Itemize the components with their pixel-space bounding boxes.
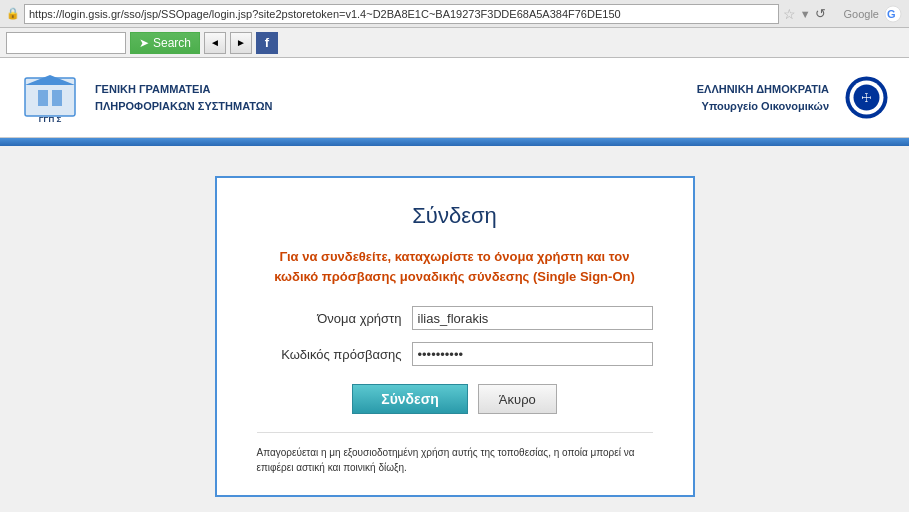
blue-bar [0, 138, 909, 146]
button-row: Σύνδεση Άκυρο [257, 384, 653, 414]
svg-text:ΓΓΠ Σ: ΓΓΠ Σ [39, 115, 62, 124]
password-input[interactable] [412, 342, 653, 366]
org-line2: ΠΛΗΡΟΦΟΡΙΑΚΩΝ ΣΥΣΤΗΜΑΤΩΝ [95, 98, 272, 115]
forward-button[interactable]: ► [230, 32, 252, 54]
lock-icon: 🔒 [6, 7, 20, 20]
login-title: Σύνδεση [257, 203, 653, 229]
toolbar-row: ➤ Search ◄ ► f [0, 28, 909, 58]
search-button[interactable]: ➤ Search [130, 32, 200, 54]
password-label: Κωδικός πρόσβασης [257, 347, 412, 362]
gov-line2: Υπουργείο Οικονομικών [697, 98, 829, 115]
google-icon: G [883, 4, 903, 24]
cancel-button[interactable]: Άκυρο [478, 384, 557, 414]
browser-chrome: 🔒 ☆ ▼ ↺ Google G ➤ Search ◄ ► f [0, 0, 909, 58]
ggps-logo: ΓΓΠ Σ [20, 70, 80, 125]
gov-line1: ΕΛΛΗΝΙΚΗ ΔΗΜΟΚΡΑΤΙΑ [697, 81, 829, 98]
star-icon[interactable]: ☆ [783, 6, 796, 22]
search-label: Search [153, 36, 191, 50]
login-box: Σύνδεση Για να συνδεθείτε, καταχωρίστε τ… [215, 176, 695, 497]
svg-rect-5 [52, 90, 62, 106]
svg-text:G: G [887, 8, 896, 20]
greek-emblem: ☩ [844, 75, 889, 120]
back-button[interactable]: ◄ [204, 32, 226, 54]
org-line1: ΓΕΝΙΚΗ ΓΡΑΜΜΑΤΕΙΑ [95, 81, 272, 98]
facebook-icon[interactable]: f [256, 32, 278, 54]
address-bar[interactable] [24, 4, 779, 24]
username-input[interactable] [412, 306, 653, 330]
refresh-icon[interactable]: ↺ [815, 6, 826, 21]
header-org-text: ΓΕΝΙΚΗ ΓΡΑΜΜΑΤΕΙΑ ΠΛΗΡΟΦΟΡΙΑΚΩΝ ΣΥΣΤΗΜΑΤ… [95, 81, 272, 114]
search-arrow-icon: ➤ [139, 36, 149, 50]
header-left: ΓΓΠ Σ ΓΕΝΙΚΗ ΓΡΑΜΜΑΤΕΙΑ ΠΛΗΡΟΦΟΡΙΑΚΩΝ ΣΥ… [20, 70, 272, 125]
svg-text:☩: ☩ [861, 91, 872, 105]
site-header: ΓΓΠ Σ ΓΕΝΙΚΗ ΓΡΑΜΜΑΤΕΙΑ ΠΛΗΡΟΦΟΡΙΑΚΩΝ ΣΥ… [0, 58, 909, 138]
login-wrapper: Σύνδεση Για να συνδεθείτε, καταχωρίστε τ… [0, 146, 909, 512]
svg-rect-4 [38, 90, 48, 106]
login-description: Για να συνδεθείτε, καταχωρίστε το όνομα … [257, 247, 653, 286]
dropdown-icon[interactable]: ▼ [800, 8, 811, 20]
username-label: Όνομα χρήστη [257, 311, 412, 326]
username-row: Όνομα χρήστη [257, 306, 653, 330]
page-content: ΓΓΠ Σ ΓΕΝΙΚΗ ΓΡΑΜΜΑΤΕΙΑ ΠΛΗΡΟΦΟΡΙΑΚΩΝ ΣΥ… [0, 58, 909, 512]
header-right: ΕΛΛΗΝΙΚΗ ΔΗΜΟΚΡΑΤΙΑ Υπουργείο Οικονομικώ… [697, 75, 889, 120]
google-search-label: Google [844, 8, 879, 20]
header-gov-text: ΕΛΛΗΝΙΚΗ ΔΗΜΟΚΡΑΤΙΑ Υπουργείο Οικονομικώ… [697, 81, 829, 114]
address-bar-row: 🔒 ☆ ▼ ↺ Google G [0, 0, 909, 28]
login-button[interactable]: Σύνδεση [352, 384, 468, 414]
password-row: Κωδικός πρόσβασης [257, 342, 653, 366]
search-input[interactable] [6, 32, 126, 54]
disclaimer-text: Απαγορεύεται η μη εξουσιοδοτημένη χρήση … [257, 432, 653, 475]
